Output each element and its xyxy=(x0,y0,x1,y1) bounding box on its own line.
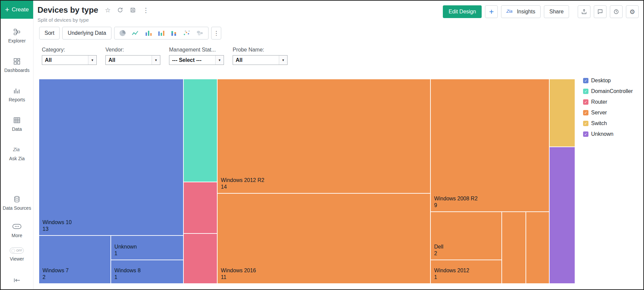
chevron-down-icon: ▼ xyxy=(279,56,287,65)
treemap-cell-label: Windows 72 xyxy=(43,267,69,281)
treemap-cell[interactable]: Unknown1 xyxy=(111,235,183,260)
favorite-star-icon[interactable]: ☆ xyxy=(105,7,110,13)
filter-category: Category: All ▼ xyxy=(42,47,97,65)
scatter-chart-icon[interactable] xyxy=(183,30,190,36)
sidebar-item-reports[interactable]: Reports xyxy=(9,87,25,103)
sort-button[interactable]: Sort xyxy=(39,27,60,39)
viewer-toggle[interactable]: OFF xyxy=(10,248,24,254)
column-chart-icon[interactable] xyxy=(158,30,165,36)
legend-item[interactable]: ✓Server xyxy=(583,110,643,116)
management-status-filter-select[interactable]: --- Select --- ▼ xyxy=(169,55,224,65)
select-value: All xyxy=(45,57,52,63)
sidebar-item-label: Explorer xyxy=(8,38,25,44)
chevron-down-icon: ▼ xyxy=(215,56,224,65)
page-title: Devices by type xyxy=(37,5,98,15)
legend-item[interactable]: ✓Unknown xyxy=(583,131,643,137)
stacked-bar-chart-icon[interactable] xyxy=(170,30,178,36)
treemap-cell-label: Unknown1 xyxy=(114,244,137,257)
zia-insights-icon: Zia xyxy=(506,8,514,15)
sidebar-item-ask-zia[interactable]: Zia Ask Zia xyxy=(9,146,25,162)
treemap-cell[interactable] xyxy=(549,147,575,284)
save-icon[interactable] xyxy=(130,7,136,13)
filter-probe-name: Probe Name: All ▼ xyxy=(233,47,288,65)
filter-label: Vendor: xyxy=(105,47,160,53)
legend-label: Router xyxy=(591,99,607,105)
legend-checkbox[interactable]: ✓ xyxy=(583,110,588,115)
select-value: All xyxy=(236,57,242,63)
sidebar-item-more[interactable]: More xyxy=(12,223,22,239)
legend-item[interactable]: ✓Desktop xyxy=(583,78,643,84)
edit-design-button[interactable]: Edit Design xyxy=(443,5,482,18)
map-chart-icon[interactable] xyxy=(196,30,204,36)
treemap-cell[interactable]: Windows 201611 xyxy=(217,193,430,284)
treemap-cell[interactable]: Windows 72 xyxy=(39,235,111,284)
line-chart-icon[interactable] xyxy=(132,30,140,36)
sidebar-item-data-sources[interactable]: Data Sources xyxy=(3,195,31,211)
treemap-cell[interactable]: Windows 81 xyxy=(111,260,183,284)
treemap-cell[interactable]: Dell2 xyxy=(430,212,502,260)
sidebar-item-label: Data Sources xyxy=(3,205,31,211)
more-options-kebab-icon[interactable]: ⋮ xyxy=(143,7,149,13)
sidebar-item-explorer[interactable]: Explorer xyxy=(8,28,25,44)
probe-name-filter-select[interactable]: All ▼ xyxy=(233,55,288,65)
category-filter-select[interactable]: All ▼ xyxy=(42,55,97,65)
treemap-cell[interactable] xyxy=(526,212,549,284)
treemap-cell-label: Windows 2008 R29 xyxy=(434,195,478,209)
history-button[interactable] xyxy=(610,5,623,18)
legend-checkbox[interactable]: ✓ xyxy=(583,121,588,126)
treemap-cell[interactable]: Windows 2012 R214 xyxy=(217,79,430,193)
chart-toolbar: Sort Underlying Data xyxy=(39,27,643,39)
refresh-icon[interactable] xyxy=(117,7,123,13)
treemap-cell[interactable] xyxy=(502,212,526,284)
legend-checkbox[interactable]: ✓ xyxy=(583,78,588,83)
insights-button[interactable]: Zia Insights xyxy=(501,5,541,18)
legend-checkbox[interactable]: ✓ xyxy=(583,131,588,137)
database-icon xyxy=(13,195,20,203)
filter-bar: Category: All ▼ Vendor: All ▼ Management… xyxy=(42,47,643,65)
table-icon xyxy=(13,116,20,124)
sidebar-nav: Explorer Dashboards Reports Data xyxy=(1,19,33,289)
more-chart-types-kebab-icon[interactable]: ⋮ xyxy=(211,27,221,39)
treemap-cell[interactable] xyxy=(183,182,217,233)
legend-label: Desktop xyxy=(591,78,611,84)
treemap-cell[interactable]: Windows 1013 xyxy=(39,79,183,235)
treemap-cell[interactable] xyxy=(183,79,217,182)
treemap-cell[interactable]: Windows 20121 xyxy=(430,260,502,284)
filter-label: Management Stat... xyxy=(169,47,224,53)
legend-item[interactable]: ✓Switch xyxy=(583,120,643,126)
plus-icon: + xyxy=(5,6,9,13)
gear-icon: ⚙ xyxy=(629,8,635,16)
create-button-label: Create xyxy=(12,6,29,13)
share-button[interactable]: Share xyxy=(544,5,569,18)
select-value: All xyxy=(108,57,115,63)
treemap-cell[interactable] xyxy=(183,233,217,284)
collapse-sidebar-button[interactable] xyxy=(13,277,21,284)
export-button[interactable] xyxy=(578,5,590,18)
pie-chart-icon[interactable] xyxy=(119,29,126,37)
vendor-filter-select[interactable]: All ▼ xyxy=(105,55,160,65)
treemap-cell-label: Dell2 xyxy=(434,244,444,257)
zia-icon: Zia xyxy=(12,146,22,153)
more-ellipsis-icon xyxy=(12,223,21,230)
plus-icon: + xyxy=(489,7,494,16)
underlying-data-button[interactable]: Underlying Data xyxy=(62,27,111,39)
comments-button[interactable] xyxy=(594,5,607,18)
sidebar-item-label: Data xyxy=(12,126,22,132)
svg-text:Zia: Zia xyxy=(13,147,20,152)
filter-management-status: Management Stat... --- Select --- ▼ xyxy=(169,47,224,65)
comment-bubble-icon xyxy=(597,9,603,15)
create-button[interactable]: + Create xyxy=(1,1,33,19)
legend-checkbox[interactable]: ✓ xyxy=(583,89,588,94)
clock-history-icon xyxy=(613,9,619,15)
legend-label: Unknown xyxy=(591,131,614,137)
bar-chart-icon[interactable] xyxy=(145,30,152,36)
legend-checkbox[interactable]: ✓ xyxy=(583,99,588,105)
legend-item[interactable]: ✓Router xyxy=(583,99,643,105)
treemap-cell[interactable]: Windows 2008 R29 xyxy=(430,79,549,212)
sidebar-item-dashboards[interactable]: Dashboards xyxy=(4,58,30,74)
add-new-button[interactable]: + xyxy=(485,5,498,18)
sidebar-item-data[interactable]: Data xyxy=(12,116,22,132)
legend-item[interactable]: ✓DomainController xyxy=(583,88,643,94)
settings-button[interactable]: ⚙ xyxy=(626,5,639,18)
treemap-cell[interactable] xyxy=(549,79,575,147)
